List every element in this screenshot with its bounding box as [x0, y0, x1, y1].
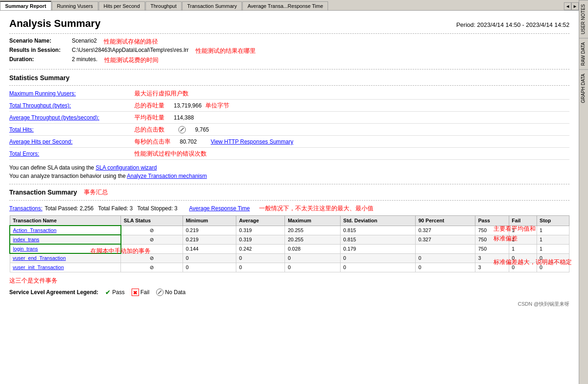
table-annotations-right: 主要看平均值和 标准偏差 标准偏差越大，说明越不稳定: [493, 225, 572, 266]
cell-action-sla: ⊘: [121, 226, 183, 235]
view-http-responses-link[interactable]: View HTTP Responses Summary: [211, 138, 293, 145]
analysis-period: Period: 2023/4/14 14:50 - 2023/4/14 14:5…: [456, 21, 569, 28]
tab-throughput[interactable]: Throughput: [145, 1, 182, 10]
vuser-end-link[interactable]: vuser_end_Transaction: [13, 255, 66, 261]
stat-row-total-hits: Total Hits: 总的点击数 9,765: [9, 126, 569, 136]
tab-avg-response-time[interactable]: Average Transa...Response Time: [242, 1, 328, 10]
stat-annotation-total-throughput: 总的吞吐量: [134, 101, 164, 110]
stat-value-total-throughput: 13,719,966: [174, 102, 202, 109]
transaction-summary-annotation: 事务汇总: [84, 188, 108, 196]
sidebar-btn-raw-data[interactable]: RAW DATA: [579, 38, 588, 69]
col-stop: Stop: [537, 216, 569, 226]
transactions-link[interactable]: Transactions:: [9, 205, 43, 212]
tab-hits-per-second[interactable]: Hits per Second: [99, 1, 145, 10]
cell-login-avg: 0.242: [236, 244, 285, 253]
cell-action-transaction-name: Action_Transaction: [10, 226, 121, 235]
cell-action-max: 20.255: [285, 226, 341, 235]
total-hits-nodata-icon: [178, 126, 186, 133]
cell-index-90: 0.327: [416, 235, 475, 244]
cell-action-90: 0.327: [416, 226, 475, 235]
stat-value-total-hits: 9,765: [195, 126, 209, 133]
stat-label-max-vusers[interactable]: Maximum Running Vusers:: [9, 90, 130, 97]
cell-vuser-end-min: 0: [183, 253, 236, 263]
transaction-stats-row: Transactions: Total Passed: 2,256 Total …: [9, 204, 569, 213]
col-std-dev: Std. Deviation: [340, 216, 415, 226]
fail-icon: ✖: [132, 289, 139, 296]
cell-index-min: 0.219: [183, 235, 236, 244]
login-trans-link[interactable]: login_trans: [13, 246, 38, 252]
sla-line2: You can analyze transaction behavior usi…: [9, 173, 569, 179]
stat-annotation-total-errors: 性能测试过程中的错误次数: [134, 150, 207, 158]
analyze-transaction-link[interactable]: Analyze Transaction mechanism: [127, 173, 207, 179]
bottom-annotation: 这三个是文件事务: [9, 277, 57, 285]
table-row: index_trans ⊘ 0.219 0.319 20.255 0.815 0…: [10, 235, 569, 244]
pass-icon: ✔: [105, 289, 111, 296]
bottom-credit: CSDN @快到锅里来呀: [9, 301, 569, 308]
legend-row: Service Level Agreement Legend: ✔ Pass ✖…: [9, 289, 569, 296]
cell-vuser-end-90: 0: [416, 253, 475, 263]
sidebar-btn-graph-data[interactable]: GRAPH DATA: [579, 69, 588, 107]
col-90-percent: 90 Percent: [416, 216, 475, 226]
stat-label-total-hits[interactable]: Total Hits:: [9, 126, 130, 133]
scenario-name-label: Scenario Name:: [9, 38, 70, 46]
row-annotation-container: 在脚本中手动加的事务: [90, 247, 151, 255]
stat-annotation-avg-hits: 每秒的点击率: [134, 138, 171, 146]
sla-line2-prefix: You can analyze transaction behavior usi…: [9, 173, 127, 179]
cell-vuser-init-max: 0: [285, 263, 341, 272]
cell-vuser-init-90: 0: [416, 263, 475, 272]
legend-pass-text: Pass: [112, 289, 125, 296]
stat-label-avg-hits[interactable]: Average Hits per Second:: [9, 138, 130, 145]
stat-row-avg-throughput: Average Throughput (bytes/second): 平均吞吐量…: [9, 113, 569, 124]
col-minimum: Minimum: [183, 216, 236, 226]
tab-bar: Summary Report Running Vusers Hits per S…: [0, 0, 579, 11]
table-annotation4: 标准偏差越大，说明越不稳定: [493, 258, 572, 266]
cell-index-std: 0.815: [340, 235, 415, 244]
legend-label: Service Level Agreement Legend:: [9, 289, 98, 296]
tab-next-button[interactable]: ►: [571, 2, 579, 10]
col-fail: Fail: [509, 216, 537, 226]
legend-nodata-text: No Data: [165, 289, 185, 296]
stat-row-total-errors: Total Errors: 性能测试过程中的错误次数: [9, 150, 569, 160]
cell-vuser-init-min: 0: [183, 263, 236, 272]
scenario-name-annotation: 性能测试存储的路径: [104, 38, 158, 46]
table-row: vuser_init_Transaction ⊘ 0 0 0 0 0 3 0 0: [10, 263, 569, 272]
tab-summary-report[interactable]: Summary Report: [0, 1, 51, 10]
results-label: Results in Session:: [9, 47, 70, 55]
stat-annotation-avg-throughput: 平均吞吐量: [134, 113, 164, 122]
index-trans-link[interactable]: index_trans: [13, 237, 39, 242]
col-maximum: Maximum: [285, 216, 341, 226]
action-transaction-link[interactable]: Action_Transaction: [13, 227, 57, 233]
cell-vuser-end-avg: 0: [236, 253, 285, 263]
sla-section: You can define SLA data using the SLA co…: [9, 164, 569, 179]
stat-label-avg-throughput[interactable]: Average Throughput (bytes/second):: [9, 114, 130, 121]
table-annotation: 一般情况下，不太关注这里的最大、最小值: [259, 204, 373, 213]
vuser-init-link[interactable]: vuser_init_Transaction: [13, 264, 64, 270]
stat-annotation-max-vusers: 最大运行虚拟用户数: [134, 89, 189, 98]
tab-prev-button[interactable]: ◄: [564, 2, 571, 10]
sla-config-wizard-link[interactable]: SLA configuration wizard: [95, 164, 157, 171]
stat-label-total-throughput[interactable]: Total Throughput (bytes):: [9, 102, 130, 109]
cell-vuser-init-name: vuser_init_Transaction: [10, 263, 121, 272]
cell-login-min: 0.144: [183, 244, 236, 253]
transaction-table-container: 主要看平均值和 标准偏差 标准偏差越大，说明越不稳定 Transaction N…: [9, 215, 569, 272]
content-area: Analysis Summary Period: 2023/4/14 14:50…: [0, 11, 579, 384]
tab-running-vusers[interactable]: Running Vusers: [52, 1, 98, 10]
tab-transaction-summary[interactable]: Transaction Summary: [182, 1, 242, 10]
legend-fail: ✖ Fail: [132, 289, 149, 296]
stat-label-total-errors[interactable]: Total Errors:: [9, 151, 130, 157]
avg-response-time-link[interactable]: Average Response Time: [189, 205, 250, 212]
col-pass: Pass: [475, 216, 509, 226]
scenario-info: Scenario Name: Scenario2 性能测试存储的路径 Resul…: [9, 38, 569, 64]
scenario-name-row: Scenario Name: Scenario2 性能测试存储的路径: [9, 38, 569, 46]
cell-index-trans-name: index_trans: [10, 235, 121, 244]
transaction-summary-section: Transaction Summary 事务汇总 Transactions: T…: [9, 188, 569, 296]
sidebar-btn-user-notes[interactable]: USER NOTES: [579, 0, 588, 38]
table-annotation3: 标准偏差: [493, 234, 572, 243]
cell-vuser-init-avg: 0: [236, 263, 285, 272]
legend-nodata: No Data: [156, 289, 185, 296]
row-annotation-text: 在脚本中手动加的事务: [90, 247, 151, 254]
transaction-summary-title: Transaction Summary: [9, 189, 77, 196]
col-sla-status: SLA Status: [121, 216, 183, 226]
duration-value: 2 minutes.: [72, 56, 97, 64]
cell-login-max: 0.028: [285, 244, 341, 253]
